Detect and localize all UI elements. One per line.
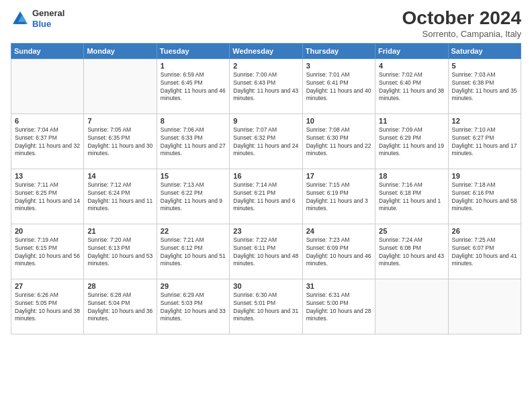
sunset-text: Sunset: 6:29 PM bbox=[379, 134, 421, 141]
daylight-text: Daylight: 11 hours and 46 minutes. bbox=[161, 87, 226, 102]
day-info: Sunrise: 7:19 AMSunset: 6:15 PMDaylight:… bbox=[15, 236, 80, 269]
day-info: Sunrise: 7:13 AMSunset: 6:22 PMDaylight:… bbox=[161, 181, 226, 214]
sunset-text: Sunset: 6:16 PM bbox=[452, 189, 494, 196]
sunset-text: Sunset: 6:13 PM bbox=[87, 244, 130, 251]
day-number: 2 bbox=[233, 62, 298, 70]
sunset-text: Sunset: 6:27 PM bbox=[452, 134, 494, 141]
day-info: Sunrise: 7:09 AMSunset: 6:29 PMDaylight:… bbox=[379, 126, 444, 158]
table-row: 4Sunrise: 7:02 AMSunset: 6:40 PMDaylight… bbox=[375, 58, 448, 113]
daylight-text: Daylight: 11 hours and 19 minutes. bbox=[379, 142, 444, 157]
table-row: 8Sunrise: 7:06 AMSunset: 6:33 PMDaylight… bbox=[157, 113, 229, 169]
day-info: Sunrise: 6:28 AMSunset: 5:04 PMDaylight:… bbox=[87, 291, 152, 324]
day-number: 6 bbox=[15, 117, 80, 125]
day-number: 28 bbox=[87, 282, 152, 290]
daylight-text: Daylight: 10 hours and 38 minutes. bbox=[15, 308, 80, 322]
day-number: 15 bbox=[161, 172, 226, 180]
table-row: 14Sunrise: 7:12 AMSunset: 6:24 PMDayligh… bbox=[84, 169, 157, 224]
day-number: 1 bbox=[161, 62, 226, 70]
day-number: 14 bbox=[87, 172, 152, 180]
day-number: 22 bbox=[161, 227, 226, 235]
table-row bbox=[11, 58, 84, 113]
table-row: 18Sunrise: 7:16 AMSunset: 6:18 PMDayligh… bbox=[375, 169, 448, 224]
table-row: 11Sunrise: 7:09 AMSunset: 6:29 PMDayligh… bbox=[375, 113, 448, 169]
table-row: 21Sunrise: 7:20 AMSunset: 6:13 PMDayligh… bbox=[84, 224, 157, 279]
col-monday: Monday bbox=[84, 43, 157, 58]
sunset-text: Sunset: 5:00 PM bbox=[306, 300, 349, 306]
daylight-text: Daylight: 10 hours and 46 minutes. bbox=[306, 253, 371, 267]
sunrise-text: Sunrise: 7:02 AM bbox=[379, 71, 423, 78]
table-row: 17Sunrise: 7:15 AMSunset: 6:19 PMDayligh… bbox=[302, 169, 375, 224]
day-info: Sunrise: 7:10 AMSunset: 6:27 PMDaylight:… bbox=[452, 126, 517, 158]
sunrise-text: Sunrise: 7:03 AM bbox=[452, 71, 496, 78]
day-info: Sunrise: 6:26 AMSunset: 5:05 PMDaylight:… bbox=[15, 291, 80, 324]
table-row: 28Sunrise: 6:28 AMSunset: 5:04 PMDayligh… bbox=[84, 279, 157, 334]
sunset-text: Sunset: 6:40 PM bbox=[379, 79, 421, 86]
daylight-text: Daylight: 11 hours and 11 minutes. bbox=[87, 197, 152, 212]
day-info: Sunrise: 7:11 AMSunset: 6:25 PMDaylight:… bbox=[15, 181, 80, 214]
month-year: October 2024 bbox=[402, 8, 521, 29]
sunrise-text: Sunrise: 6:28 AM bbox=[87, 291, 131, 298]
calendar-week-3: 13Sunrise: 7:11 AMSunset: 6:25 PMDayligh… bbox=[11, 169, 521, 224]
daylight-text: Daylight: 11 hours and 3 minutes. bbox=[306, 197, 368, 212]
day-number: 25 bbox=[379, 227, 444, 235]
col-sunday: Sunday bbox=[11, 43, 84, 58]
day-info: Sunrise: 7:14 AMSunset: 6:21 PMDaylight:… bbox=[233, 181, 298, 214]
sunrise-text: Sunrise: 7:10 AM bbox=[452, 126, 496, 133]
sunset-text: Sunset: 6:19 PM bbox=[306, 189, 349, 196]
table-row: 27Sunrise: 6:26 AMSunset: 5:05 PMDayligh… bbox=[11, 279, 84, 334]
day-number: 4 bbox=[379, 62, 444, 70]
sunset-text: Sunset: 6:18 PM bbox=[379, 189, 421, 196]
table-row: 22Sunrise: 7:21 AMSunset: 6:12 PMDayligh… bbox=[157, 224, 229, 279]
day-info: Sunrise: 7:16 AMSunset: 6:18 PMDaylight:… bbox=[379, 181, 444, 214]
sunset-text: Sunset: 6:25 PM bbox=[15, 189, 57, 196]
day-number: 30 bbox=[233, 282, 298, 290]
sunrise-text: Sunrise: 7:06 AM bbox=[161, 126, 204, 133]
day-number: 21 bbox=[87, 227, 152, 235]
day-number: 26 bbox=[452, 227, 517, 235]
daylight-text: Daylight: 11 hours and 40 minutes. bbox=[306, 87, 371, 102]
sunset-text: Sunset: 6:35 PM bbox=[87, 134, 130, 141]
table-row: 15Sunrise: 7:13 AMSunset: 6:22 PMDayligh… bbox=[157, 169, 229, 224]
day-number: 18 bbox=[379, 172, 444, 180]
sunset-text: Sunset: 6:30 PM bbox=[306, 134, 349, 141]
daylight-text: Daylight: 11 hours and 30 minutes. bbox=[87, 142, 152, 157]
day-info: Sunrise: 7:00 AMSunset: 6:43 PMDaylight:… bbox=[233, 71, 298, 103]
sunset-text: Sunset: 5:04 PM bbox=[87, 300, 130, 306]
sunrise-text: Sunrise: 7:15 AM bbox=[306, 181, 350, 188]
table-row bbox=[448, 279, 521, 334]
daylight-text: Daylight: 10 hours and 33 minutes. bbox=[161, 308, 226, 322]
day-info: Sunrise: 7:24 AMSunset: 6:08 PMDaylight:… bbox=[379, 236, 444, 269]
sunset-text: Sunset: 5:03 PM bbox=[161, 300, 203, 306]
day-info: Sunrise: 6:30 AMSunset: 5:01 PMDaylight:… bbox=[233, 291, 298, 324]
sunrise-text: Sunrise: 7:23 AM bbox=[306, 236, 350, 243]
sunrise-text: Sunrise: 7:08 AM bbox=[306, 126, 350, 133]
daylight-text: Daylight: 11 hours and 24 minutes. bbox=[233, 142, 298, 157]
day-info: Sunrise: 7:04 AMSunset: 6:37 PMDaylight:… bbox=[15, 126, 80, 158]
daylight-text: Daylight: 11 hours and 32 minutes. bbox=[15, 142, 80, 157]
title-block: October 2024 Sorrento, Campania, Italy bbox=[402, 8, 521, 39]
sunrise-text: Sunrise: 6:30 AM bbox=[233, 291, 277, 298]
calendar-week-4: 20Sunrise: 7:19 AMSunset: 6:15 PMDayligh… bbox=[11, 224, 521, 279]
table-row: 19Sunrise: 7:18 AMSunset: 6:16 PMDayligh… bbox=[448, 169, 521, 224]
daylight-text: Daylight: 11 hours and 6 minutes. bbox=[233, 197, 295, 212]
sunset-text: Sunset: 6:41 PM bbox=[306, 79, 349, 86]
table-row: 3Sunrise: 7:01 AMSunset: 6:41 PMDaylight… bbox=[302, 58, 375, 113]
sunrise-text: Sunrise: 7:05 AM bbox=[87, 126, 131, 133]
day-number: 31 bbox=[306, 282, 371, 290]
sunset-text: Sunset: 6:09 PM bbox=[306, 244, 349, 251]
daylight-text: Daylight: 10 hours and 36 minutes. bbox=[87, 308, 152, 322]
day-info: Sunrise: 7:03 AMSunset: 6:38 PMDaylight:… bbox=[452, 71, 517, 103]
table-row bbox=[84, 58, 157, 113]
day-number: 27 bbox=[15, 282, 80, 290]
day-number: 20 bbox=[15, 227, 80, 235]
table-row: 5Sunrise: 7:03 AMSunset: 6:38 PMDaylight… bbox=[448, 58, 521, 113]
day-number: 9 bbox=[233, 117, 298, 125]
logo-general: General bbox=[32, 8, 64, 19]
day-info: Sunrise: 7:15 AMSunset: 6:19 PMDaylight:… bbox=[306, 181, 371, 214]
day-number: 17 bbox=[306, 172, 371, 180]
calendar-header-row: Sunday Monday Tuesday Wednesday Thursday… bbox=[11, 43, 521, 58]
sunset-text: Sunset: 6:37 PM bbox=[15, 134, 57, 141]
daylight-text: Daylight: 10 hours and 51 minutes. bbox=[161, 253, 226, 267]
day-info: Sunrise: 6:59 AMSunset: 6:45 PMDaylight:… bbox=[161, 71, 226, 103]
day-number: 16 bbox=[233, 172, 298, 180]
